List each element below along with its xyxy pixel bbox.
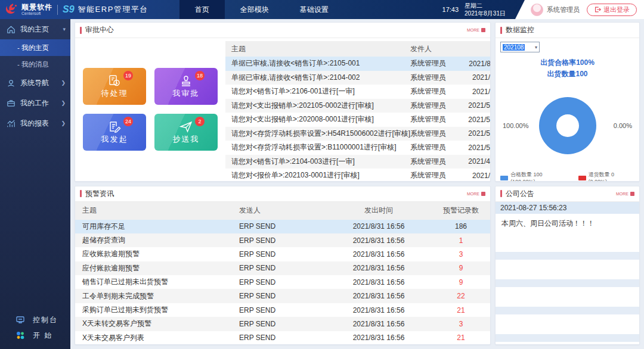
- donut-left-label: 100.00%: [503, 122, 528, 129]
- approval-table-row[interactable]: 单据已审核,请接收<销售订单>:2105-001系统管理员2021/8/14 1…: [225, 57, 490, 71]
- pass-rate-text: 出货合格率100%: [500, 57, 634, 68]
- avatar[interactable]: [531, 4, 543, 16]
- alert-row[interactable]: 超储存货查询ERP SEND2021/8/31 16:561: [75, 233, 490, 247]
- start-button[interactable]: 开 始: [0, 328, 70, 343]
- tile-cc-to-me-count-badge: 2: [195, 117, 205, 126]
- product-name: 智能ERP管理平台: [78, 4, 148, 15]
- alerts-col-time: 发出时间: [326, 205, 432, 216]
- approval-table-header: 主题发件人发出时间: [225, 41, 490, 57]
- announcement-content: 本周六、周日公司活动！！！: [496, 214, 639, 232]
- sidebar-sub-my-home[interactable]: - 我的主页: [0, 39, 70, 56]
- legend-label: 合格数量 100 (100.00%): [510, 171, 569, 181]
- alert-subject: X天未转交易客户预警: [75, 319, 239, 329]
- approval-time: 2021/5/21 16:13: [460, 129, 490, 138]
- product-logo: S9: [63, 4, 75, 15]
- approval-table-row[interactable]: 请您对<支出报销单>:202008-0001进行[审核]系统管理员2021/5/…: [225, 113, 490, 127]
- approval-subject: 请您对<支出报销单>:202105-0002进行[审核]: [225, 101, 410, 111]
- alert-row[interactable]: X天未转交易客户预警ERP SEND2021/8/31 16:563: [75, 317, 490, 331]
- alerts-panel: 预警资讯 MORE 主题发送人发出时间预警记录数 可用库存不足ERP SEND2…: [75, 186, 491, 345]
- sidebar-item-system-nav[interactable]: 系统导航❯: [0, 73, 70, 93]
- alert-row[interactable]: 应付账款逾期预警ERP SEND2021/8/31 16:569: [75, 261, 490, 275]
- period-select[interactable]: 202108 ▾: [500, 42, 540, 52]
- console-button[interactable]: 控制台: [0, 312, 70, 328]
- tile-my-approvals-count-badge: 18: [195, 71, 205, 80]
- approval-col-subject: 主题: [225, 44, 410, 54]
- sidebar-menu: 我的主页▾- 我的主页- 我的消息系统导航❯我的工作❯我的报表❯: [0, 19, 70, 133]
- alerts-title: 预警资讯: [85, 189, 114, 199]
- legend-label: 退货数量 0 (0.00%): [589, 171, 635, 181]
- chevron-down-icon: ▾: [63, 26, 66, 32]
- panel-accent-bar: [500, 190, 502, 197]
- tile-my-approvals[interactable]: 我审批18: [154, 68, 218, 105]
- alert-row[interactable]: 采购订单已过期未到货预警ERP SEND2021/8/31 16:5621: [75, 303, 490, 317]
- logo-company-name: 顺景软件: [21, 4, 52, 11]
- approval-sender: 系统管理员: [410, 58, 460, 68]
- data-monitor-title: 数据监控: [506, 25, 534, 35]
- announcements-more-button[interactable]: MORE: [616, 192, 634, 196]
- logout-label: 退出登录: [603, 5, 630, 14]
- home-icon: [6, 24, 16, 35]
- alert-row[interactable]: 可用库存不足ERP SEND2021/8/31 16:56186: [75, 220, 490, 233]
- tile-initiated-by-me[interactable]: 我发起24: [83, 114, 146, 151]
- sidebar-item-my-reports[interactable]: 我的报表❯: [0, 113, 70, 133]
- approval-subject: 请您对<存货浮动耗损率设置>:H54R15006002进行[审核]: [225, 129, 410, 139]
- alert-time: 2021/8/31 16:56: [326, 264, 432, 272]
- approval-table-row[interactable]: 请您对<存货浮动耗损率设置>:H54R15006002进行[审核]系统管理员20…: [225, 127, 490, 141]
- alert-sender: ERP SEND: [239, 334, 326, 342]
- approval-subject: 请您对<支出报销单>:202008-0001进行[审核]: [225, 114, 410, 124]
- panel-accent-bar: [80, 190, 82, 197]
- approval-table-row[interactable]: 请您对<支出报销单>:202105-0002进行[审核]系统管理员2021/5/…: [225, 99, 490, 113]
- doc-clock-icon: [107, 74, 122, 88]
- alert-count: 1: [432, 236, 490, 245]
- sidebar-item-my-work[interactable]: 我的工作❯: [0, 93, 70, 113]
- logout-button[interactable]: 退出登录: [587, 4, 637, 16]
- alert-sender: ERP SEND: [239, 222, 326, 230]
- alerts-table: 主题发送人发出时间预警记录数 可用库存不足ERP SEND2021/8/31 1…: [75, 202, 490, 345]
- tile-cc-to-me[interactable]: 抄送我2: [154, 114, 218, 151]
- alert-time: 2021/8/31 16:56: [326, 236, 432, 245]
- approval-time: 2021/8/5 16:38: [460, 73, 490, 82]
- chevron-right-icon: ❯: [61, 120, 66, 126]
- topnav-basic-settings[interactable]: 基础设置: [284, 0, 344, 19]
- tile-pending-label: 待处理: [101, 88, 128, 99]
- approval-time: 2021/5/22 17:41: [460, 101, 490, 110]
- work-icon: [6, 98, 16, 108]
- alert-row[interactable]: X天未交易客户列表ERP SEND2021/8/31 16:5621: [75, 331, 490, 345]
- approval-table-row[interactable]: 请您对<销售订单>:2106-001进行[一审]系统管理员2021/6/5 14…: [225, 85, 490, 99]
- shipment-qty-text: 出货数量100: [500, 68, 634, 80]
- alert-sender: ERP SEND: [239, 292, 326, 300]
- sidebar-sub-my-messages[interactable]: - 我的消息: [0, 56, 70, 73]
- tile-pending[interactable]: 待处理19: [83, 68, 146, 105]
- approval-subject: 请您对<报价单>:202103-0001进行[审核]: [225, 170, 410, 180]
- approval-table-row[interactable]: 单据已审核,请接收<销售订单>:2104-002系统管理员2021/8/5 16…: [225, 71, 490, 85]
- tile-cc-to-me-label: 抄送我: [173, 134, 200, 145]
- donut-chart: 100.00% 0.00%: [500, 82, 634, 170]
- approval-table-row[interactable]: 请您对<报价单>:202103-0001进行[审核]系统管理员2021/3/3 …: [225, 169, 490, 181]
- alert-row[interactable]: 工令单到期未完成预警ERP SEND2021/8/31 16:5622: [75, 289, 490, 303]
- alert-count: 3: [432, 320, 490, 328]
- topnav-home[interactable]: 首页: [179, 0, 225, 19]
- weekday-label: 星期二: [465, 2, 506, 10]
- more-icon: [481, 28, 485, 32]
- topnav-all-modules[interactable]: 全部模块: [225, 0, 284, 19]
- announcement-timestamp[interactable]: 2021-08-27 15:56:23: [496, 202, 639, 214]
- approval-sender: 系统管理员: [410, 114, 460, 124]
- approval-table-row[interactable]: 请您对<销售订单>:2104-003进行[一审]系统管理员2021/4/23 1…: [225, 155, 490, 169]
- alert-count: 186: [432, 222, 490, 230]
- sidebar-item-system-nav-label: 系统导航: [20, 78, 49, 88]
- alert-count: 9: [432, 264, 490, 272]
- alert-sender: ERP SEND: [239, 264, 326, 272]
- approval-sender: 系统管理员: [410, 157, 460, 167]
- sidebar-item-my-home[interactable]: 我的主页▾: [0, 19, 70, 39]
- alert-count: 21: [432, 334, 490, 342]
- alert-row[interactable]: 应收账款逾期预警ERP SEND2021/8/31 16:563: [75, 247, 490, 261]
- approval-sender: 系统管理员: [410, 142, 460, 152]
- alerts-more-button[interactable]: MORE: [467, 192, 485, 196]
- alert-row[interactable]: 销售订单已过期未出货预警ERP SEND2021/8/31 16:569: [75, 275, 490, 289]
- approval-more-button[interactable]: MORE: [467, 28, 485, 32]
- approval-table-row[interactable]: 请您对<存货浮动耗损率设置>:B11000001进行[审核]系统管理员2021/…: [225, 141, 490, 155]
- approval-time: 2021/8/14 11:45: [460, 60, 490, 68]
- alert-sender: ERP SEND: [239, 278, 326, 286]
- tile-initiated-by-me-label: 我发起: [101, 134, 128, 145]
- sidebar: 我的主页▾- 我的主页- 我的消息系统导航❯我的工作❯我的报表❯ 控制台开 始: [0, 19, 70, 349]
